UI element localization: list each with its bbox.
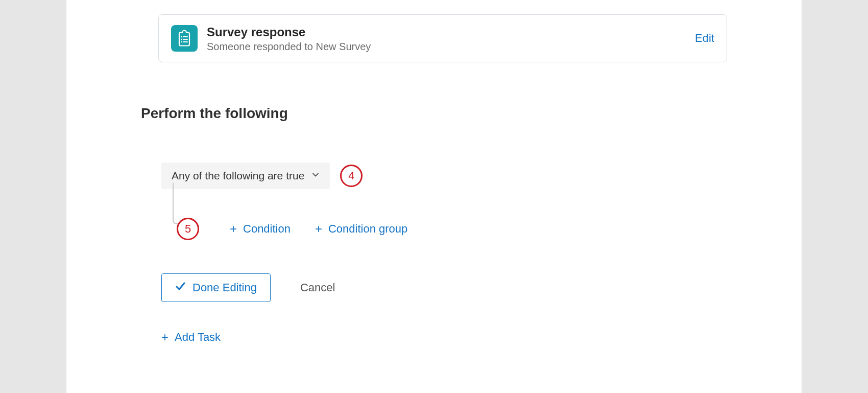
trigger-text: Survey response Someone responded to New… [207,24,371,53]
svg-point-2 [181,39,182,40]
condition-mode-label: Any of the following are true [172,170,304,182]
chevron-down-icon [311,171,320,181]
svg-point-0 [181,36,182,38]
plus-icon: + [161,331,168,343]
edit-trigger-link[interactable]: Edit [695,32,714,45]
survey-icon [171,25,198,52]
callout-step-4: 4 [340,165,363,187]
add-condition-label: Condition [243,222,291,236]
plus-icon: + [230,223,237,235]
check-icon [175,281,185,294]
add-condition-button[interactable]: + Condition [230,222,291,236]
trigger-card-left: Survey response Someone responded to New… [171,24,371,53]
done-editing-label: Done Editing [192,281,257,294]
section-heading-perform: Perform the following [141,105,727,122]
add-task-button[interactable]: + Add Task [161,331,221,344]
cancel-button[interactable]: Cancel [300,281,335,294]
condition-mode-dropdown[interactable]: Any of the following are true [161,163,330,189]
clipboard-list-icon [176,30,192,47]
add-condition-group-label: Condition group [328,222,407,236]
plus-icon: + [315,223,322,235]
trigger-description: Someone responded to New Survey [207,41,371,53]
add-condition-group-button[interactable]: + Condition group [315,222,407,236]
trigger-title: Survey response [207,24,371,40]
add-task-label: Add Task [175,331,221,344]
condition-connector: 5 + Condition + Condition group [169,189,727,238]
svg-point-4 [181,41,182,43]
trigger-card: Survey response Someone responded to New… [158,14,727,62]
done-editing-button[interactable]: Done Editing [161,273,271,302]
callout-step-5: 5 [177,218,199,240]
